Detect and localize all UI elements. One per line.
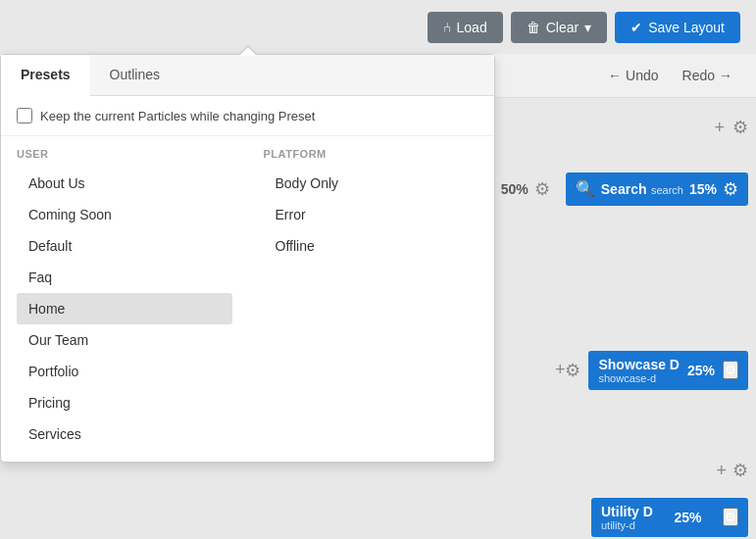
check-icon: ✔ [630, 20, 642, 35]
add-module-button-1[interactable]: + [714, 118, 725, 138]
undo-button[interactable]: ← Undo [600, 64, 666, 87]
showcase-module-name: Showcase D [598, 357, 679, 372]
preset-item-home[interactable]: Home [17, 293, 232, 324]
load-label: Load [457, 20, 487, 35]
redo-arrow-icon: → [719, 68, 732, 83]
preset-item-portfolio[interactable]: Portfolio [17, 356, 232, 387]
search-module-block[interactable]: 🔍 Search search 15% ⚙ [566, 172, 748, 206]
gear-button-50pct[interactable]: ⚙ [534, 178, 550, 200]
undo-label: Undo [626, 68, 658, 83]
utility-module-name: Utility D [601, 504, 653, 519]
undo-arrow-icon: ← [608, 68, 622, 83]
preset-item-services[interactable]: Services [17, 418, 232, 450]
gear-button-utility-row[interactable]: ⚙ [732, 460, 748, 481]
clear-button[interactable]: 🗑 Clear ▾ [511, 12, 607, 43]
module-row-utility: Utility D utility-d 25% ⚙ [374, 495, 756, 539]
preset-item-faq[interactable]: Faq [17, 262, 232, 293]
platform-column: PLATFORM Body Only Error Offline [248, 136, 495, 462]
gear-button-1[interactable]: ⚙ [732, 117, 748, 138]
keep-particles-label: Keep the current Particles while changin… [40, 109, 315, 123]
preset-item-pricing[interactable]: Pricing [17, 387, 232, 418]
search-module-pct: 15% [689, 181, 717, 197]
user-column: USER About Us Coming Soon Default Faq Ho… [1, 136, 248, 462]
search-module-id: search [651, 184, 683, 196]
preset-item-our-team[interactable]: Our Team [17, 324, 232, 356]
preset-panel: Presets Outlines Keep the current Partic… [0, 54, 495, 463]
preset-columns: USER About Us Coming Soon Default Faq Ho… [1, 136, 494, 462]
load-icon: ⑃ [443, 20, 451, 35]
showcase-module-block[interactable]: Showcase D showcase-d 25% ⚙ [588, 351, 748, 390]
toolbar: ⑃ Load 🗑 Clear ▾ ✔ Save Layout [0, 0, 756, 54]
user-column-header: USER [17, 148, 232, 160]
utility-module-block[interactable]: Utility D utility-d 25% ⚙ [591, 498, 748, 537]
preset-item-coming-soon[interactable]: Coming Soon [17, 199, 232, 230]
preset-item-body-only[interactable]: Body Only [264, 168, 479, 199]
utility-module-pct: 25% [674, 510, 701, 525]
search-module-icon: 🔍 [576, 179, 595, 198]
preset-tabs: Presets Outlines [1, 55, 494, 96]
save-layout-button[interactable]: ✔ Save Layout [615, 12, 740, 43]
showcase-module-gear[interactable]: ⚙ [723, 361, 738, 379]
preset-checkbox-row: Keep the current Particles while changin… [1, 96, 494, 136]
add-module-button-utility[interactable]: + [716, 460, 727, 481]
clear-label: Clear [546, 20, 579, 35]
tab-presets[interactable]: Presets [1, 55, 90, 96]
keep-particles-checkbox[interactable] [17, 108, 32, 123]
preset-item-about-us[interactable]: About Us [17, 168, 232, 199]
search-module-info: Search search [601, 180, 683, 198]
save-label: Save Layout [648, 20, 725, 35]
preset-item-default[interactable]: Default [17, 230, 232, 262]
panel-arrow [238, 45, 258, 55]
trash-icon: 🗑 [527, 20, 540, 35]
redo-button[interactable]: Redo → [675, 64, 740, 87]
load-button[interactable]: ⑃ Load [428, 12, 503, 43]
tab-outlines[interactable]: Outlines [90, 55, 179, 96]
showcase-module-id: showcase-d [598, 372, 679, 384]
dropdown-icon: ▾ [584, 20, 591, 35]
utility-module-id: utility-d [601, 519, 653, 531]
redo-label: Redo [682, 68, 715, 83]
search-module-name: Search [601, 181, 647, 197]
gear-button-showcase-row[interactable]: ⚙ [565, 360, 580, 381]
preset-item-offline[interactable]: Offline [264, 230, 479, 262]
utility-module-gear[interactable]: ⚙ [723, 508, 738, 526]
showcase-module-pct: 25% [687, 363, 715, 378]
search-module-gear[interactable]: ⚙ [723, 178, 738, 200]
preset-item-error[interactable]: Error [264, 199, 479, 230]
platform-column-header: PLATFORM [264, 148, 479, 160]
fifty-pct-label: 50% [501, 181, 529, 197]
add-module-button-showcase[interactable]: + [555, 360, 566, 380]
